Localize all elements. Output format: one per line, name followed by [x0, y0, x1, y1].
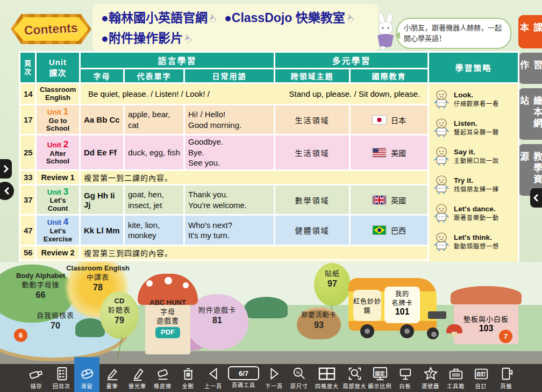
partial-zoom-button[interactable]: 局部放大: [342, 364, 367, 392]
page-tabs-button[interactable]: 頁籤: [494, 364, 519, 392]
index-list-icon: [54, 366, 70, 381]
mouse-icon: [79, 366, 95, 381]
contents-badge-label: Contents: [24, 20, 79, 38]
fixed-label: 固定: [375, 370, 384, 377]
robot-look-icon: [432, 89, 451, 110]
ebook-viewer: Contents ●翰林國小英語官網☝ ●ClassDojo 快樂教室☝ ●附件…: [0, 0, 542, 392]
header-links-panel: ●翰林國小英語官網☝ ●ClassDojo 快樂教室☝ ●附件操作影片☝: [92, 4, 379, 52]
custom-label: 自訂: [476, 370, 486, 377]
abc-hunt-label: ABC HUNT 字母 遊戲書 PDF: [139, 298, 197, 338]
pen-tool-button[interactable]: 畫筆: [99, 364, 125, 392]
page-number: 47: [20, 215, 36, 245]
unit-title: After School: [40, 150, 76, 166]
link-classdojo[interactable]: ●ClassDojo 快樂教室: [224, 11, 345, 25]
camper-van: 紅色妙妙鏡 我的 名牌卡 101: [348, 278, 444, 341]
save-button[interactable]: 儲存: [24, 364, 49, 392]
number-picker-button[interactable]: 7 選號器: [418, 364, 443, 392]
prev-page-edge-button[interactable]: [0, 182, 14, 200]
highlighter-icon: [130, 366, 146, 381]
classroom-english-label: Classroom English 中譯表 78: [63, 264, 132, 294]
col-header-unit: Unit課次: [36, 52, 80, 83]
speech-bubble-text: 小朋友，跟著機器人赫赫，一起開心學英語！: [404, 23, 504, 44]
phrases-right: Stand up, please. / Sit down, please.: [289, 89, 420, 98]
col-header-words: 代表單字: [124, 69, 184, 83]
tab-workbook[interactable]: 習作: [518, 53, 542, 84]
col-header-cross-domain: 跨領域主題: [275, 69, 350, 83]
contents-table: 頁次 Unit課次 語言學習 多元學習 學習策略 字母 代表單字 日常用語 跨領…: [19, 51, 519, 290]
delete-all-button[interactable]: 全刪: [175, 364, 201, 392]
contents-badge: Contents: [11, 14, 91, 44]
original-size-button[interactable]: % 原尺寸: [287, 364, 312, 392]
speech-bubble: 小朋友，跟著機器人赫赫，一起開心學英語！: [396, 18, 511, 49]
chevron-left-icon: [4, 187, 10, 195]
expand-left-panel-button[interactable]: [0, 159, 12, 179]
trash-icon: [180, 366, 196, 381]
svg-text:%: %: [296, 370, 300, 375]
name-card-label: 我的 名牌卡 101: [384, 287, 420, 323]
sidebar-tabs: 課本 習作 繪本網站 教學資源: [518, 15, 542, 196]
table-row: 14 Classroom English Be quiet, please. /…: [20, 83, 519, 105]
bookmark-book-icon: [498, 366, 515, 381]
customize-button[interactable]: 自訂 自訂: [468, 364, 494, 392]
usb-save-icon: [28, 366, 45, 381]
page-number: 37: [20, 184, 36, 215]
tab-storybook-site[interactable]: 繪本網站: [518, 88, 542, 140]
eraser-icon: [155, 366, 171, 381]
page-number: 14: [20, 83, 36, 105]
unit-title: Let's Count: [40, 197, 76, 213]
display-ratio-button[interactable]: 固定 顯示比例: [367, 364, 393, 392]
tab-textbook[interactable]: 課本: [518, 15, 542, 48]
stickers-label: 貼紙 97: [315, 269, 350, 290]
collapse-right-panel-button[interactable]: [530, 188, 542, 208]
col-header-strategy: 學習策略: [429, 52, 519, 83]
small-mushroom: [446, 324, 462, 337]
robot-try-icon: [432, 175, 451, 195]
col-header-page: 頁次: [20, 52, 36, 83]
page-number-tool[interactable]: 6/7 頁碼工具: [226, 364, 261, 392]
next-page-button[interactable]: 下一頁: [261, 364, 287, 392]
col-header-language: 語言學習: [80, 52, 275, 69]
back-to-contents-button[interactable]: 回目次: [49, 364, 74, 392]
four-pane-zoom-button[interactable]: 四格放大: [312, 364, 342, 392]
eraser-tool-button[interactable]: 橡皮擦: [150, 364, 175, 392]
page-marker-6: 6: [14, 329, 27, 342]
col-header-multi: 多元學習: [275, 52, 429, 69]
chevron-left-icon: [533, 194, 539, 202]
bottom-toolbar: 儲存 回目次 滑鼠 畫筆 螢光筆 橡皮擦 全刪 上一頁: [0, 364, 542, 392]
toolbox-icon: [448, 366, 464, 381]
attachments-illustration: 紅色妙妙鏡 我的 名牌卡 101 墊板與小白板 103 Body Alphabe…: [0, 262, 542, 364]
page-marker-7: 7: [499, 330, 512, 343]
unit-title: Classroom English: [40, 86, 76, 102]
brazil-flag-icon: [372, 225, 387, 235]
usa-flag-icon: [372, 148, 387, 158]
cd-list-label: CD 聆聽表 79: [102, 297, 137, 326]
page-number: 17: [20, 105, 36, 135]
page-indicator[interactable]: 6/7: [239, 369, 248, 377]
pdf-button[interactable]: PDF: [155, 327, 180, 338]
whiteboard-icon: [397, 366, 413, 381]
robot-dance-icon: [432, 203, 451, 224]
prev-page-button[interactable]: 上一頁: [201, 364, 226, 392]
highlighter-tool-button[interactable]: 螢光筆: [125, 364, 150, 392]
robot-say-icon: [432, 146, 451, 167]
chevron-right-icon: [3, 165, 9, 173]
toolbox-button[interactable]: 工具箱: [443, 364, 468, 392]
area-zoom-icon: [347, 366, 363, 381]
zoom-percent-icon: %: [291, 366, 308, 381]
triangle-left-icon: [205, 366, 222, 381]
japan-flag-icon: [372, 115, 387, 125]
phrases-left: Be quiet, please. / Listen! / Look! /: [88, 89, 210, 98]
self-check-label: 自我檢核表 70: [26, 311, 85, 332]
triangle-right-icon: [266, 366, 282, 381]
link-attachment-videos[interactable]: ●附件操作影片: [101, 31, 183, 45]
col-header-phrases: 日常用語: [184, 69, 275, 83]
pencil-icon: [104, 366, 120, 381]
game-cards-label: 附件遊戲卡 81: [189, 306, 245, 326]
page-number: 25: [20, 135, 36, 170]
strategy-column: Look.仔細觀察看一看 Listen.豎起耳朵聽一聽 Say it.主動開口說…: [429, 83, 519, 289]
star-number: 7: [429, 370, 432, 377]
page-number: 56: [20, 245, 36, 260]
mouse-tool-button[interactable]: 滑鼠: [74, 357, 99, 392]
link-official-site[interactable]: ●翰林國小英語官網: [101, 11, 208, 25]
whiteboard-button[interactable]: 白板: [393, 364, 418, 392]
